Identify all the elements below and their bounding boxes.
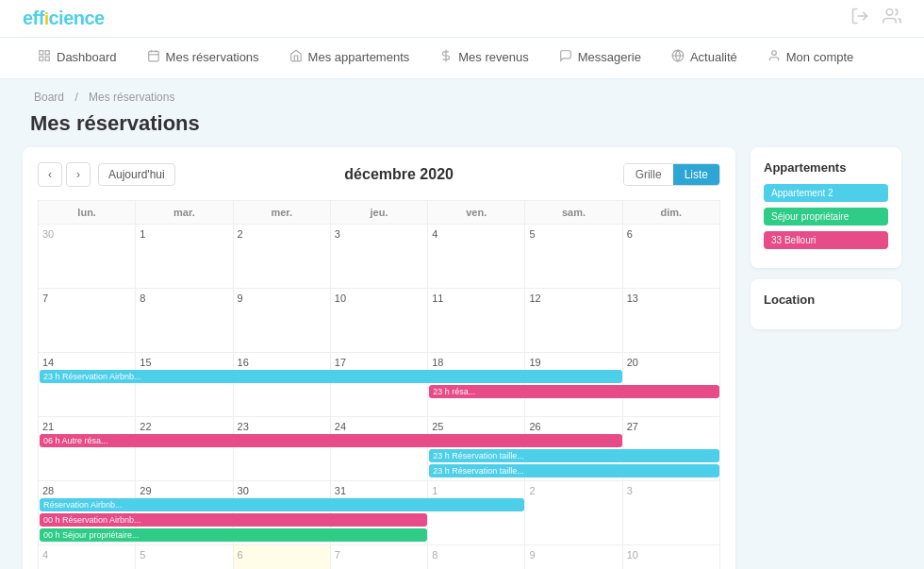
cal-day-dec14[interactable]: 14 xyxy=(39,353,136,417)
nav-bar: Dashboard Mes réservations Mes apparteme… xyxy=(0,38,924,79)
cal-day-dec3[interactable]: 3 xyxy=(330,225,427,289)
nav-item-revenus[interactable]: Mes revenus xyxy=(424,38,543,79)
top-bar: efficience xyxy=(0,0,924,38)
cal-day-dec15[interactable]: 15 xyxy=(136,353,233,417)
day-number: 22 xyxy=(140,421,228,432)
logout-icon[interactable] xyxy=(850,7,869,30)
breadcrumb-area: Board / Mes réservations xyxy=(0,79,924,108)
day-number: 19 xyxy=(529,357,618,368)
cal-day-jan2[interactable]: 2 xyxy=(525,481,622,545)
day-number: 15 xyxy=(140,357,228,368)
cal-day-dec9[interactable]: 9 xyxy=(233,289,330,353)
svg-rect-2 xyxy=(40,51,43,55)
day-number: 30 xyxy=(42,228,131,240)
cal-prev-btn[interactable]: ‹ xyxy=(38,162,62,187)
col-dim: dim. xyxy=(622,201,719,225)
cal-day-dec13[interactable]: 13 xyxy=(622,289,719,353)
cal-today-btn[interactable]: Aujourd'hui xyxy=(98,163,175,186)
spanning-event-bar[interactable]: 23 h résa... xyxy=(429,385,719,398)
cal-day-jan9[interactable]: 9 xyxy=(525,545,622,570)
cal-day-dec4[interactable]: 4 xyxy=(428,225,525,289)
spanning-event-bar[interactable]: 06 h Autre résa... xyxy=(40,434,622,447)
cal-day-dec11[interactable]: 11 xyxy=(428,289,525,353)
location-title: Location xyxy=(764,293,888,307)
day-number: 4 xyxy=(42,549,131,561)
col-jeu: jeu. xyxy=(330,201,427,225)
day-number: 30 xyxy=(238,485,326,496)
nav-item-appartements[interactable]: Mes appartements xyxy=(274,38,425,79)
cal-nav: ‹ › xyxy=(38,162,91,187)
col-lun: lun. xyxy=(39,201,136,225)
cal-day-nov30[interactable]: 30 xyxy=(39,225,136,289)
nav-item-compte[interactable]: Mon compte xyxy=(752,38,869,79)
day-number: 11 xyxy=(432,293,520,304)
day-number: 4 xyxy=(432,228,520,240)
day-number: 20 xyxy=(627,357,716,368)
cal-day-jan10[interactable]: 10 xyxy=(622,545,719,570)
svg-rect-4 xyxy=(40,57,43,60)
cal-day-dec10[interactable]: 10 xyxy=(330,289,427,353)
cal-day-dec2[interactable]: 2 xyxy=(233,225,330,289)
cal-day-dec6[interactable]: 6 xyxy=(622,225,719,289)
spanning-event-bar[interactable]: 23 h Réservation Airbnb... xyxy=(40,370,622,383)
logo-suffix: cience xyxy=(48,8,104,28)
cal-week-2: 7 8 9 10 11 xyxy=(39,289,720,353)
day-number: 6 xyxy=(627,228,716,240)
logo-prefix: eff xyxy=(23,8,44,28)
cal-day-jan1[interactable]: 1 xyxy=(428,481,525,545)
cal-day-jan5[interactable]: 5 xyxy=(136,545,233,570)
main-layout: ‹ › Aujourd'hui décembre 2020 Grille Lis… xyxy=(0,147,924,569)
apt-badge-sejour[interactable]: Séjour propriétaire xyxy=(764,208,888,226)
cal-day-jan7[interactable]: 7 xyxy=(330,545,427,570)
cal-next-btn[interactable]: › xyxy=(66,162,91,187)
cal-day-dec24[interactable]: 24 xyxy=(330,417,427,481)
nav-item-actualite[interactable]: Actualité xyxy=(656,38,752,79)
cal-day-jan8[interactable]: 8 xyxy=(428,545,525,570)
cal-day-dec22[interactable]: 22 xyxy=(136,417,233,481)
day-number: 7 xyxy=(335,549,423,561)
cal-day-jan6[interactable]: 6 xyxy=(233,545,330,570)
apt-badge-apt2[interactable]: Appartement 2 xyxy=(764,184,888,202)
location-card: Location xyxy=(751,279,901,329)
day-number: 26 xyxy=(529,421,618,432)
apt-badge-bellouri[interactable]: 33 Bellouri xyxy=(764,231,888,249)
nav-label-reservations: Mes réservations xyxy=(166,50,259,64)
day-number: 16 xyxy=(238,357,326,368)
cal-day-dec8[interactable]: 8 xyxy=(136,289,233,353)
spanning-event-bar[interactable]: 23 h Réservation taille... xyxy=(429,464,719,477)
cal-day-dec12[interactable]: 12 xyxy=(525,289,622,353)
day-number: 23 xyxy=(238,421,326,432)
calendar-header: ‹ › Aujourd'hui décembre 2020 Grille Lis… xyxy=(38,162,720,187)
cal-view-liste[interactable]: Liste xyxy=(673,164,719,185)
cal-day-dec1[interactable]: 1 xyxy=(136,225,233,289)
cal-day-dec23[interactable]: 23 xyxy=(233,417,330,481)
cal-day-dec21[interactable]: 21 xyxy=(39,417,136,481)
cal-day-dec17[interactable]: 17 xyxy=(330,353,427,417)
cal-day-dec7[interactable]: 7 xyxy=(39,289,136,353)
spanning-event-bar[interactable]: 00 h Séjour propriétaire... xyxy=(40,528,427,542)
breadcrumb: Board / Mes réservations xyxy=(30,91,894,104)
nav-item-reservations[interactable]: Mes réservations xyxy=(132,38,274,79)
calendar-icon xyxy=(147,49,160,65)
day-number: 5 xyxy=(140,549,228,561)
page-title: Mes réservations xyxy=(30,111,894,136)
cal-day-jan4[interactable]: 4 xyxy=(39,545,136,570)
cal-view-btns: Grille Liste xyxy=(623,163,720,186)
breadcrumb-board[interactable]: Board xyxy=(34,91,64,104)
sidebar: Appartements Appartement 2 Séjour propri… xyxy=(751,147,901,569)
nav-item-dashboard[interactable]: Dashboard xyxy=(23,38,132,79)
globe-icon xyxy=(671,49,685,65)
nav-item-messagerie[interactable]: Messagerie xyxy=(544,38,656,79)
cal-view-grille[interactable]: Grille xyxy=(624,164,673,185)
cal-day-dec5[interactable]: 5 xyxy=(525,225,622,289)
cal-day-dec16[interactable]: 16 xyxy=(233,353,330,417)
spanning-event-bar[interactable]: Réservation Airbnb... xyxy=(40,498,524,511)
message-icon xyxy=(559,49,572,65)
day-number: 28 xyxy=(42,485,131,496)
spanning-event-bar[interactable]: 23 h Réservation taille... xyxy=(429,449,719,462)
user-icon[interactable] xyxy=(883,7,901,30)
spanning-event-bar[interactable]: 00 h Réservation Airbnb... xyxy=(40,513,427,527)
cal-day-jan3[interactable]: 3 xyxy=(622,481,719,545)
money-icon xyxy=(439,49,453,65)
top-icons xyxy=(850,7,901,30)
